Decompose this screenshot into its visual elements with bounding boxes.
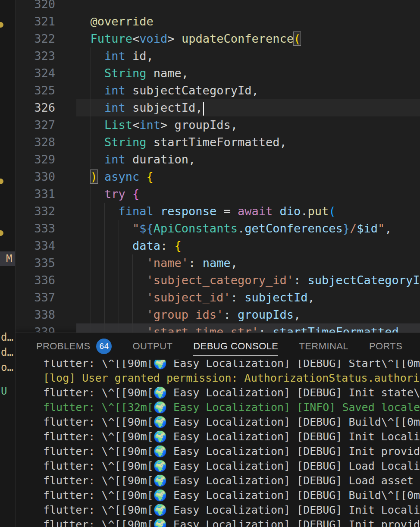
line-number[interactable]: 329 (16, 151, 76, 168)
code-line[interactable]: 337 'subject_id': subjectId, (16, 289, 420, 306)
explorer-strip[interactable]: Md…d…o…U (0, 0, 16, 527)
line-number[interactable]: 330 (16, 168, 76, 185)
code-token (154, 204, 160, 218)
explorer-item[interactable]: U (1, 385, 7, 397)
code-line-content[interactable]: int subjectId, (76, 99, 420, 116)
code-token: : (231, 291, 245, 304)
tab-debug-console[interactable]: DEBUG CONSOLE (193, 333, 278, 360)
indent-guide (91, 47, 91, 65)
code-token: ( (294, 32, 301, 45)
code-line-content[interactable]: try { (76, 185, 420, 203)
code-token: , (294, 308, 301, 321)
code-line-content[interactable]: 'group_ids': groupIds, (76, 306, 420, 323)
line-number[interactable]: 321 (16, 13, 76, 30)
tab-terminal[interactable]: TERMINAL (299, 333, 348, 360)
code-line-content[interactable]: data: { (76, 237, 420, 254)
vscode-window: Md…d…o…U 320321 @override322 Future<void… (0, 0, 420, 527)
code-line[interactable]: 331 try { (16, 185, 420, 203)
line-number[interactable]: 324 (16, 65, 76, 82)
line-number[interactable]: 332 (16, 203, 76, 220)
code-line-content[interactable]: 'start_time_str': startTimeFormatted, (76, 323, 420, 333)
code-line[interactable]: 327 List<int> groupIds, (16, 116, 420, 134)
code-token: , (399, 325, 406, 333)
explorer-selected-row[interactable]: M (0, 251, 15, 266)
code-line-content[interactable]: @override (76, 13, 420, 30)
line-number[interactable]: 335 (16, 254, 76, 272)
code-token (97, 170, 104, 183)
code-line-content[interactable]: final response = await dio.put( (76, 203, 420, 220)
explorer-item[interactable]: d… (1, 331, 13, 343)
code-line-content[interactable]: int duration, (76, 151, 420, 168)
code-line[interactable]: 324 String name, (16, 65, 420, 82)
code-line[interactable]: 332 final response = await dio.put( (16, 203, 420, 220)
explorer-item[interactable]: o… (1, 361, 13, 373)
code-line-content[interactable]: int subjectCategoryId, (76, 82, 420, 99)
code-line-content[interactable] (76, 0, 420, 13)
code-token: 'subject_id' (147, 291, 231, 304)
line-number[interactable]: 339 (16, 323, 76, 333)
code-line-content[interactable]: Future<void> updateConference( (76, 30, 420, 47)
code-token: final (119, 204, 154, 218)
code-editor[interactable]: 320321 @override322 Future<void> updateC… (16, 0, 420, 333)
code-line[interactable]: 326 int subjectId, (16, 99, 420, 116)
debug-console-output[interactable]: flutter: \^[[90m[🌍 Easy Localization] [D… (16, 360, 420, 527)
code-token (273, 204, 279, 218)
code-token: List (104, 118, 132, 132)
tab-ports[interactable]: PORTS (369, 333, 402, 360)
code-token: 'start_time_str' (147, 325, 259, 333)
indent-whitespace (76, 308, 147, 321)
code-line[interactable]: 336 'subject_category_id': subjectCatego… (16, 272, 420, 289)
code-token: 'group_ids' (147, 308, 224, 321)
line-number[interactable]: 337 (16, 289, 76, 306)
line-number[interactable]: 334 (16, 237, 76, 254)
line-number[interactable]: 327 (16, 116, 76, 134)
code-line-content[interactable]: List<int> groupIds, (76, 116, 420, 134)
code-line[interactable]: 325 int subjectCategoryId, (16, 82, 420, 99)
code-line[interactable]: 334 data: { (16, 237, 420, 254)
code-line-content[interactable]: 'subject_category_id': subjectCategoryId… (76, 272, 420, 289)
code-line[interactable]: 323 int id, (16, 47, 420, 65)
code-line[interactable]: 335 'name': name, (16, 254, 420, 272)
console-line: flutter: \^[[90m[🌍 Easy Localization] [D… (43, 488, 420, 503)
code-line[interactable]: 329 int duration, (16, 151, 420, 168)
code-line[interactable]: 338 'group_ids': groupIds, (16, 306, 420, 323)
code-line-content[interactable]: String name, (76, 65, 420, 82)
tab-problems[interactable]: PROBLEMS64 (36, 333, 112, 360)
code-line-content[interactable]: "${ApiConstants.getConferences}/$id", (76, 220, 420, 237)
line-number[interactable]: 338 (16, 306, 76, 323)
code-token: , (307, 291, 314, 304)
code-line[interactable]: 339 'start_time_str': startTimeFormatted… (16, 323, 420, 333)
line-number[interactable]: 320 (16, 0, 76, 13)
code-token (139, 170, 146, 183)
code-token: startTimeFormatted, (147, 135, 287, 149)
code-line[interactable]: 330 ) async { (16, 168, 420, 185)
line-number[interactable]: 331 (16, 185, 76, 203)
line-number[interactable]: 326 (16, 99, 76, 116)
code-line[interactable]: 320 (16, 0, 420, 13)
line-number[interactable]: 322 (16, 30, 76, 47)
code-line-content[interactable]: 'name': name, (76, 254, 420, 272)
line-number[interactable]: 325 (16, 82, 76, 99)
code-line-content[interactable]: ) async { (76, 168, 420, 185)
tab-output[interactable]: OUTPUT (132, 333, 172, 360)
code-line[interactable]: 321 @override (16, 13, 420, 30)
modified-file-dot (0, 22, 3, 28)
code-line[interactable]: 328 String startTimeFormatted, (16, 134, 420, 151)
tab-label: TERMINAL (299, 341, 348, 352)
line-number[interactable]: 333 (16, 220, 76, 237)
indent-whitespace (76, 204, 119, 218)
explorer-item[interactable]: d… (1, 346, 13, 358)
console-line: flutter: \^[[90m[🌍 Easy Localization] [D… (43, 444, 420, 459)
code-line-content[interactable]: int id, (76, 47, 420, 65)
line-number[interactable]: 323 (16, 47, 76, 65)
code-line[interactable]: 333 "${ApiConstants.getConferences}/$id"… (16, 220, 420, 237)
tab-label: PORTS (369, 341, 402, 352)
code-line[interactable]: 322 Future<void> updateConference( (16, 30, 420, 47)
line-number[interactable]: 336 (16, 272, 76, 289)
indent-guide (119, 237, 119, 254)
indent-guide (119, 254, 119, 272)
line-number[interactable]: 328 (16, 134, 76, 151)
code-line-content[interactable]: String startTimeFormatted, (76, 134, 420, 151)
code-token: , (231, 256, 238, 270)
code-line-content[interactable]: 'subject_id': subjectId, (76, 289, 420, 306)
